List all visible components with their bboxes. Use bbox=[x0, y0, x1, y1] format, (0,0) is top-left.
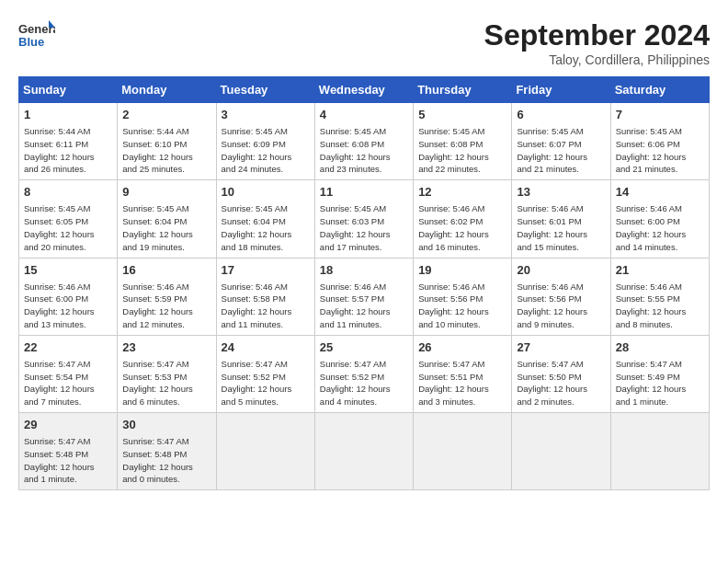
month-title: September 2024 bbox=[484, 18, 710, 52]
calendar-cell: 12Sunrise: 5:46 AM Sunset: 6:02 PM Dayli… bbox=[414, 180, 512, 258]
calendar-cell: 21Sunrise: 5:46 AM Sunset: 5:55 PM Dayli… bbox=[610, 258, 709, 335]
calendar-cell: 11Sunrise: 5:45 AM Sunset: 6:03 PM Dayli… bbox=[314, 180, 413, 258]
day-detail: Sunrise: 5:45 AM Sunset: 6:05 PM Dayligh… bbox=[24, 202, 112, 253]
calendar-cell: 22Sunrise: 5:47 AM Sunset: 5:54 PM Dayli… bbox=[19, 335, 118, 412]
col-saturday: Saturday bbox=[610, 77, 709, 103]
col-tuesday: Tuesday bbox=[216, 77, 314, 103]
logo: General Blue bbox=[18, 18, 59, 51]
day-detail: Sunrise: 5:46 AM Sunset: 6:00 PM Dayligh… bbox=[616, 202, 704, 253]
day-number: 10 bbox=[222, 184, 310, 201]
day-detail: Sunrise: 5:47 AM Sunset: 5:50 PM Dayligh… bbox=[517, 358, 605, 408]
header-row: Sunday Monday Tuesday Wednesday Thursday… bbox=[19, 77, 710, 103]
calendar-cell bbox=[414, 413, 512, 490]
day-number: 16 bbox=[122, 262, 210, 279]
day-detail: Sunrise: 5:46 AM Sunset: 6:01 PM Dayligh… bbox=[517, 202, 605, 253]
day-number: 17 bbox=[222, 262, 310, 279]
col-friday: Friday bbox=[512, 77, 610, 103]
calendar-cell: 29Sunrise: 5:47 AM Sunset: 5:48 PM Dayli… bbox=[19, 413, 118, 490]
day-number: 14 bbox=[616, 184, 704, 201]
calendar-cell: 14Sunrise: 5:46 AM Sunset: 6:00 PM Dayli… bbox=[610, 180, 709, 258]
calendar-cell: 20Sunrise: 5:46 AM Sunset: 5:56 PM Dayli… bbox=[512, 258, 610, 335]
day-number: 24 bbox=[222, 339, 310, 356]
calendar-cell bbox=[314, 413, 413, 490]
col-sunday: Sunday bbox=[19, 77, 118, 103]
calendar-row: 15Sunrise: 5:46 AM Sunset: 6:00 PM Dayli… bbox=[19, 258, 710, 335]
day-detail: Sunrise: 5:45 AM Sunset: 6:09 PM Dayligh… bbox=[222, 125, 310, 176]
day-number: 11 bbox=[320, 184, 408, 201]
day-detail: Sunrise: 5:47 AM Sunset: 5:48 PM Dayligh… bbox=[24, 435, 112, 486]
day-detail: Sunrise: 5:45 AM Sunset: 6:06 PM Dayligh… bbox=[616, 125, 704, 176]
day-number: 21 bbox=[616, 262, 704, 279]
day-number: 28 bbox=[616, 339, 704, 356]
calendar-table: Sunday Monday Tuesday Wednesday Thursday… bbox=[18, 76, 710, 490]
day-detail: Sunrise: 5:47 AM Sunset: 5:52 PM Dayligh… bbox=[222, 358, 310, 408]
calendar-cell: 27Sunrise: 5:47 AM Sunset: 5:50 PM Dayli… bbox=[512, 335, 610, 412]
day-number: 9 bbox=[122, 184, 210, 201]
day-number: 2 bbox=[122, 107, 210, 123]
day-number: 6 bbox=[517, 107, 605, 123]
calendar-cell: 9Sunrise: 5:45 AM Sunset: 6:04 PM Daylig… bbox=[118, 180, 216, 258]
day-detail: Sunrise: 5:45 AM Sunset: 6:08 PM Dayligh… bbox=[320, 125, 408, 176]
day-detail: Sunrise: 5:46 AM Sunset: 5:55 PM Dayligh… bbox=[616, 281, 704, 331]
day-detail: Sunrise: 5:47 AM Sunset: 5:52 PM Dayligh… bbox=[320, 358, 408, 408]
calendar-cell: 17Sunrise: 5:46 AM Sunset: 5:58 PM Dayli… bbox=[216, 258, 314, 335]
logo-icon: General Blue bbox=[18, 18, 55, 51]
day-number: 22 bbox=[24, 339, 112, 356]
calendar-cell: 18Sunrise: 5:46 AM Sunset: 5:57 PM Dayli… bbox=[314, 258, 413, 335]
calendar-cell: 10Sunrise: 5:45 AM Sunset: 6:04 PM Dayli… bbox=[216, 180, 314, 258]
day-detail: Sunrise: 5:47 AM Sunset: 5:51 PM Dayligh… bbox=[418, 358, 506, 408]
day-number: 12 bbox=[418, 184, 506, 201]
col-monday: Monday bbox=[118, 77, 216, 103]
day-detail: Sunrise: 5:45 AM Sunset: 6:08 PM Dayligh… bbox=[418, 125, 506, 176]
day-detail: Sunrise: 5:47 AM Sunset: 5:53 PM Dayligh… bbox=[122, 358, 210, 408]
calendar-cell: 13Sunrise: 5:46 AM Sunset: 6:01 PM Dayli… bbox=[512, 180, 610, 258]
calendar-cell: 8Sunrise: 5:45 AM Sunset: 6:05 PM Daylig… bbox=[19, 180, 118, 258]
day-detail: Sunrise: 5:44 AM Sunset: 6:10 PM Dayligh… bbox=[122, 125, 210, 176]
day-number: 7 bbox=[616, 107, 704, 123]
day-number: 15 bbox=[24, 262, 112, 279]
day-number: 29 bbox=[24, 417, 112, 433]
day-detail: Sunrise: 5:45 AM Sunset: 6:03 PM Dayligh… bbox=[320, 202, 408, 253]
calendar-cell: 2Sunrise: 5:44 AM Sunset: 6:10 PM Daylig… bbox=[118, 103, 216, 180]
calendar-cell bbox=[610, 413, 709, 490]
calendar-body: 1Sunrise: 5:44 AM Sunset: 6:11 PM Daylig… bbox=[19, 103, 710, 490]
day-number: 18 bbox=[320, 262, 408, 279]
day-detail: Sunrise: 5:45 AM Sunset: 6:04 PM Dayligh… bbox=[222, 202, 310, 253]
day-detail: Sunrise: 5:47 AM Sunset: 5:49 PM Dayligh… bbox=[616, 358, 704, 408]
calendar-cell: 26Sunrise: 5:47 AM Sunset: 5:51 PM Dayli… bbox=[414, 335, 512, 412]
calendar-row: 1Sunrise: 5:44 AM Sunset: 6:11 PM Daylig… bbox=[19, 103, 710, 180]
col-thursday: Thursday bbox=[414, 77, 512, 103]
day-detail: Sunrise: 5:46 AM Sunset: 5:57 PM Dayligh… bbox=[320, 281, 408, 331]
calendar-cell: 1Sunrise: 5:44 AM Sunset: 6:11 PM Daylig… bbox=[19, 103, 118, 180]
calendar-cell: 19Sunrise: 5:46 AM Sunset: 5:56 PM Dayli… bbox=[414, 258, 512, 335]
header: General Blue September 2024 Taloy, Cordi… bbox=[18, 18, 710, 67]
calendar-cell: 16Sunrise: 5:46 AM Sunset: 5:59 PM Dayli… bbox=[118, 258, 216, 335]
day-detail: Sunrise: 5:46 AM Sunset: 6:00 PM Dayligh… bbox=[24, 281, 112, 331]
calendar-cell bbox=[512, 413, 610, 490]
day-detail: Sunrise: 5:45 AM Sunset: 6:04 PM Dayligh… bbox=[122, 202, 210, 253]
calendar-cell: 15Sunrise: 5:46 AM Sunset: 6:00 PM Dayli… bbox=[19, 258, 118, 335]
day-number: 8 bbox=[24, 184, 112, 201]
location: Taloy, Cordillera, Philippines bbox=[484, 52, 710, 67]
calendar-cell: 5Sunrise: 5:45 AM Sunset: 6:08 PM Daylig… bbox=[414, 103, 512, 180]
calendar-cell: 30Sunrise: 5:47 AM Sunset: 5:48 PM Dayli… bbox=[118, 413, 216, 490]
day-number: 27 bbox=[517, 339, 605, 356]
calendar-cell: 4Sunrise: 5:45 AM Sunset: 6:08 PM Daylig… bbox=[314, 103, 413, 180]
calendar-cell: 7Sunrise: 5:45 AM Sunset: 6:06 PM Daylig… bbox=[610, 103, 709, 180]
day-number: 30 bbox=[122, 417, 210, 433]
col-wednesday: Wednesday bbox=[314, 77, 413, 103]
day-detail: Sunrise: 5:46 AM Sunset: 5:56 PM Dayligh… bbox=[517, 281, 605, 331]
day-detail: Sunrise: 5:46 AM Sunset: 5:59 PM Dayligh… bbox=[122, 281, 210, 331]
day-number: 20 bbox=[517, 262, 605, 279]
calendar-cell: 23Sunrise: 5:47 AM Sunset: 5:53 PM Dayli… bbox=[118, 335, 216, 412]
day-number: 5 bbox=[418, 107, 506, 123]
day-number: 3 bbox=[222, 107, 310, 123]
day-detail: Sunrise: 5:46 AM Sunset: 5:56 PM Dayligh… bbox=[418, 281, 506, 331]
day-detail: Sunrise: 5:45 AM Sunset: 6:07 PM Dayligh… bbox=[517, 125, 605, 176]
day-number: 19 bbox=[418, 262, 506, 279]
day-number: 4 bbox=[320, 107, 408, 123]
title-area: September 2024 Taloy, Cordillera, Philip… bbox=[484, 18, 710, 67]
day-number: 25 bbox=[320, 339, 408, 356]
day-detail: Sunrise: 5:47 AM Sunset: 5:48 PM Dayligh… bbox=[122, 435, 210, 486]
day-number: 23 bbox=[122, 339, 210, 356]
